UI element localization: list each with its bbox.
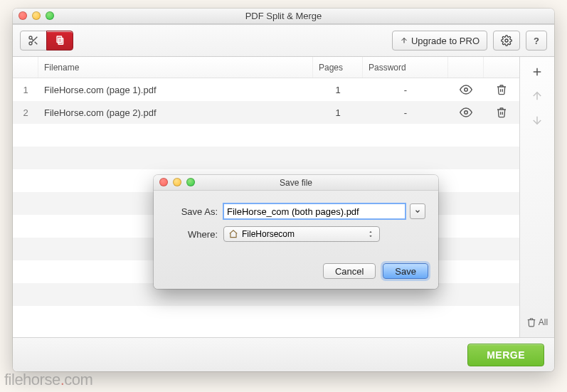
row-password: - — [363, 85, 448, 95]
save-as-row: Save As: — [166, 203, 425, 219]
toolbar: Upgrade to PRO ? — [13, 24, 554, 57]
window-minimize-button[interactable] — [32, 11, 41, 20]
svg-marker-13 — [369, 235, 371, 237]
dialog-title: Save file — [280, 178, 312, 188]
dialog-zoom-button[interactable] — [186, 178, 195, 186]
remove-all-label: All — [539, 317, 548, 327]
table-header-row: Filename Pages Password — [13, 57, 519, 78]
row-remove-button[interactable] — [484, 107, 519, 118]
row-preview-button[interactable] — [448, 106, 484, 119]
help-button[interactable]: ? — [526, 31, 547, 51]
gear-icon — [501, 35, 512, 46]
dialog-minimize-button[interactable] — [173, 178, 181, 186]
dialog-titlebar: Save file — [154, 175, 438, 191]
svg-rect-6 — [58, 38, 63, 45]
where-popup[interactable]: FileHorsecom — [223, 226, 380, 242]
window-zoom-button[interactable] — [46, 11, 54, 20]
row-pages: 1 — [313, 85, 363, 95]
row-filename: FileHorse.com (page 2).pdf — [38, 107, 313, 118]
chevron-down-icon — [414, 208, 421, 215]
row-remove-button[interactable] — [484, 84, 519, 95]
remove-all-button[interactable]: All — [524, 312, 551, 333]
settings-button[interactable] — [493, 31, 520, 51]
home-icon — [228, 229, 238, 239]
table-row[interactable]: 1 FileHorse.com (page 1).pdf 1 - — [13, 78, 519, 101]
table-row[interactable]: 2 FileHorse.com (page 2).pdf 1 - — [13, 101, 519, 124]
dialog-close-button[interactable] — [159, 178, 168, 186]
header-pages[interactable]: Pages — [313, 57, 363, 78]
move-down-button[interactable] — [525, 110, 549, 131]
dialog-body: Save As: Where: FileHorsecom — [154, 191, 438, 258]
svg-point-9 — [465, 111, 468, 115]
scissors-icon — [28, 35, 39, 46]
documents-icon — [54, 35, 65, 46]
save-file-dialog: Save file Save As: Where: FileHorsecom — [154, 175, 438, 289]
mode-split-button[interactable] — [20, 31, 47, 51]
dialog-window-controls — [159, 178, 195, 186]
row-pages: 1 — [313, 107, 363, 118]
row-filename: FileHorse.com (page 1).pdf — [38, 85, 313, 95]
expand-dialog-button[interactable] — [410, 203, 425, 219]
upgrade-button[interactable]: Upgrade to PRO — [392, 31, 487, 51]
dialog-button-row: Cancel Save — [154, 258, 438, 289]
trash-icon — [496, 84, 507, 95]
header-remove — [484, 57, 519, 78]
watermark: filehorse.com — [4, 371, 92, 389]
save-button[interactable]: Save — [383, 263, 428, 279]
add-file-button[interactable] — [525, 61, 549, 83]
row-preview-button[interactable] — [448, 83, 484, 96]
mode-merge-button[interactable] — [46, 31, 73, 51]
arrow-down-icon — [531, 114, 544, 127]
header-preview — [448, 57, 484, 78]
header-filename[interactable]: Filename — [38, 57, 313, 78]
question-icon: ? — [534, 36, 539, 46]
header-password[interactable]: Password — [363, 57, 448, 78]
window-close-button[interactable] — [18, 11, 27, 20]
svg-point-7 — [505, 39, 508, 42]
svg-point-8 — [465, 88, 468, 92]
window-controls — [18, 11, 54, 20]
trash-icon — [526, 317, 536, 327]
mode-segmented-control — [20, 31, 73, 51]
row-index: 1 — [13, 85, 38, 95]
svg-point-1 — [29, 42, 32, 45]
row-password: - — [363, 107, 448, 118]
move-up-button[interactable] — [525, 85, 549, 107]
where-label: Where: — [166, 229, 218, 240]
popup-arrows-icon — [365, 228, 376, 240]
header-index — [13, 57, 38, 78]
arrow-up-icon — [531, 90, 544, 102]
window-titlebar: PDF Split & Merge — [13, 9, 554, 24]
app-window: PDF Split & Merge Upgrade to PRO ? — [13, 9, 554, 371]
cancel-button[interactable]: Cancel — [323, 263, 376, 279]
side-panel: All — [520, 57, 554, 337]
save-as-input[interactable] — [223, 203, 406, 219]
eye-icon — [460, 106, 472, 119]
svg-line-3 — [35, 42, 38, 45]
row-index: 2 — [13, 107, 38, 118]
save-as-label: Save As: — [166, 206, 218, 217]
upgrade-label: Upgrade to PRO — [411, 36, 479, 46]
window-title: PDF Split & Merge — [245, 11, 322, 21]
up-arrow-icon — [400, 36, 408, 45]
footer: MERGE — [13, 337, 554, 371]
where-value: FileHorsecom — [242, 229, 295, 239]
where-row: Where: FileHorsecom — [166, 226, 425, 242]
svg-marker-12 — [369, 231, 371, 233]
plus-icon — [531, 65, 544, 78]
svg-line-4 — [32, 39, 33, 41]
eye-icon — [460, 83, 472, 96]
merge-button[interactable]: MERGE — [467, 344, 544, 366]
svg-point-0 — [29, 36, 32, 39]
trash-icon — [496, 107, 507, 118]
